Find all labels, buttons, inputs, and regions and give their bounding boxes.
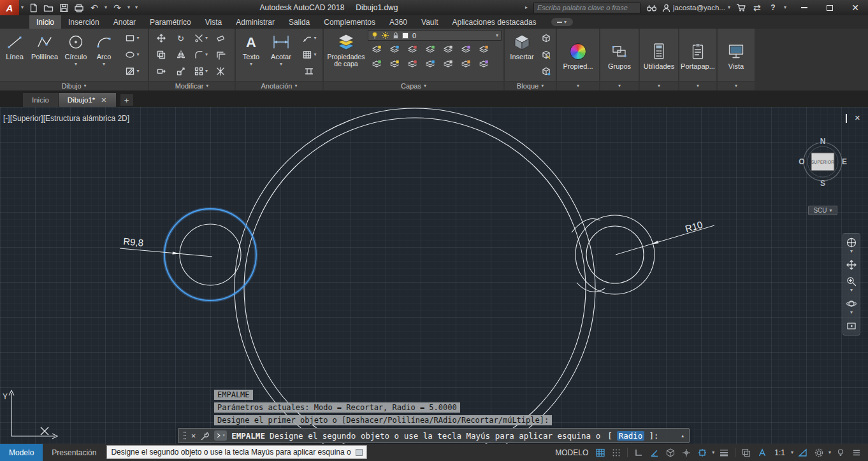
showmotion-button[interactable] — [846, 320, 857, 332]
object-snap-caret-icon[interactable]: ▾ — [712, 450, 714, 455]
ribbon-collapse-button[interactable]: ▾ — [551, 18, 573, 26]
rectangle-icon[interactable] — [124, 33, 136, 43]
hatch-icon[interactable] — [124, 66, 136, 76]
file-tab-dibujo1[interactable]: Dibujo1*✕ — [59, 93, 116, 107]
block-attributes-icon[interactable] — [540, 66, 552, 76]
open-file-icon[interactable] — [43, 3, 54, 13]
viewcube-west-label[interactable]: O — [799, 157, 804, 166]
command-option-radio[interactable]: Radio — [617, 431, 645, 441]
utilities-button[interactable]: Utilidades — [640, 39, 677, 70]
orbit-button[interactable]: ▾ — [846, 298, 857, 315]
exchange-apps-icon[interactable]: ⇄ — [752, 3, 762, 13]
lineweight-icon[interactable] — [718, 446, 730, 459]
ucs-selector-button[interactable]: SCU▾ — [808, 206, 837, 215]
offset-icon[interactable] — [215, 50, 226, 60]
ribbon-tab-a360[interactable]: A360 — [382, 15, 414, 29]
panel-bloque-strip[interactable]: Bloque▾ — [505, 81, 556, 90]
maximize-button[interactable] — [817, 0, 843, 15]
copy-icon[interactable] — [156, 50, 167, 60]
new-drawing-tab-button[interactable]: + — [120, 94, 133, 106]
navigation-wheel-button[interactable]: ▾ — [846, 237, 857, 254]
fillet-arc-top[interactable] — [572, 218, 600, 232]
viewport-view-label[interactable]: [Superior] — [10, 114, 43, 123]
properties-button[interactable]: Propied... — [559, 39, 597, 70]
annotation-autoscale-icon[interactable] — [797, 446, 809, 459]
file-tab-close-icon[interactable]: ✕ — [101, 96, 106, 104]
viewcube-east-label[interactable]: E — [842, 157, 847, 166]
layer-tool-icon[interactable] — [478, 45, 489, 55]
zoom-button[interactable]: ▾ — [846, 276, 857, 293]
circle-caret-icon[interactable]: ▾ — [75, 62, 77, 67]
viewcube-north-label[interactable]: N — [820, 137, 826, 146]
mirror-icon[interactable] — [175, 50, 187, 60]
application-menu-button[interactable]: A — [0, 0, 19, 15]
workspace-switch-icon[interactable] — [813, 446, 825, 459]
erase-icon[interactable] — [215, 33, 226, 43]
redo-caret-icon[interactable]: ▾ — [127, 5, 130, 10]
layer-tool-icon[interactable] — [460, 59, 472, 69]
right-inner-circle[interactable] — [586, 226, 644, 283]
isodraft-icon[interactable] — [664, 446, 677, 459]
layer-tool-icon[interactable] — [371, 45, 382, 55]
search-input[interactable] — [533, 3, 640, 13]
ribbon-tab-salida[interactable]: Salida — [282, 15, 317, 29]
ribbon-tab-vista[interactable]: Vista — [198, 15, 229, 29]
edit-block-icon[interactable] — [540, 50, 552, 60]
layer-tool-icon[interactable] — [424, 45, 436, 55]
viewcube-south-label[interactable]: S — [820, 179, 825, 188]
ribbon-tab-administrar[interactable]: Administrar — [229, 15, 282, 29]
application-menu-caret-icon[interactable]: ▾ — [21, 5, 24, 10]
right-outer-circle[interactable] — [575, 215, 655, 294]
new-file-icon[interactable] — [28, 3, 38, 13]
layout-tab[interactable]: Presentación — [43, 444, 105, 461]
table-icon[interactable] — [301, 50, 313, 60]
qat-customize-caret-icon[interactable]: ▾ — [135, 5, 138, 10]
viewport-restore-icon[interactable] — [846, 115, 847, 122]
insert-block-button[interactable]: Insertar — [507, 30, 537, 80]
store-cart-icon[interactable] — [736, 3, 746, 13]
panel-propiedades-strip[interactable]: ▾ — [557, 81, 599, 90]
ribbon-tab-aplicaciones-destacadas[interactable]: Aplicaciones destacadas — [445, 15, 543, 29]
trim-caret-icon[interactable]: ▾ — [205, 36, 208, 41]
fillet-caret-icon[interactable]: ▾ — [205, 52, 208, 57]
help-icon[interactable]: ? — [768, 3, 778, 13]
undo-icon[interactable]: ↶ — [89, 3, 99, 13]
layer-tool-icon[interactable] — [407, 59, 418, 69]
layer-tool-icon[interactable] — [371, 59, 382, 69]
command-bar-wrench-icon[interactable] — [200, 431, 210, 441]
command-bar-close-icon[interactable]: ✕ — [191, 431, 196, 440]
layer-selector-caret-icon[interactable]: ▾ — [496, 33, 498, 38]
groups-button[interactable]: Grupos — [602, 39, 637, 70]
dimension-caret-icon[interactable]: ▾ — [280, 62, 282, 67]
ribbon-tab-anotar[interactable]: Anotar — [106, 15, 143, 29]
annotation-scale-button[interactable]: 1:1 — [772, 448, 788, 457]
orbit-caret-icon[interactable]: ▾ — [850, 310, 853, 315]
layer-selector[interactable]: 0 ▾ — [368, 30, 502, 41]
model-space-button[interactable]: MODELO — [553, 448, 591, 457]
radius-dimension-right[interactable]: R10 — [616, 219, 714, 255]
save-icon[interactable] — [59, 3, 69, 13]
layer-properties-button[interactable]: Propiedades de capa — [326, 30, 366, 80]
ellipse-icon[interactable] — [124, 50, 136, 60]
search-icon[interactable] — [646, 3, 656, 13]
layer-tool-icon[interactable] — [389, 59, 400, 69]
object-snap-tracking-icon[interactable] — [680, 446, 693, 459]
undo-caret-icon[interactable]: ▾ — [105, 5, 107, 10]
hatch-caret-icon[interactable]: ▾ — [136, 69, 139, 74]
command-prompt-icon[interactable]: ▾ — [214, 430, 227, 441]
layer-on-bulb-icon[interactable] — [371, 31, 379, 41]
viewport-controls-label[interactable]: [-] — [3, 114, 10, 123]
array-icon[interactable] — [193, 66, 205, 76]
array-caret-icon[interactable]: ▾ — [205, 69, 208, 74]
move-icon[interactable] — [156, 33, 167, 43]
annotation-visibility-icon[interactable] — [756, 446, 769, 459]
polar-tracking-icon[interactable] — [648, 446, 661, 459]
view-button[interactable]: Vista — [719, 39, 753, 70]
zoom-caret-icon[interactable]: ▾ — [850, 288, 853, 293]
trim-icon[interactable] — [193, 33, 205, 43]
left-outer-circle-selected[interactable] — [164, 209, 256, 301]
annotation-scale-caret-icon[interactable]: ▾ — [791, 450, 793, 455]
panel-anotacion-strip[interactable]: Anotación▾ — [236, 81, 322, 90]
ortho-toggle-icon[interactable] — [632, 446, 645, 459]
text-button[interactable]: A Texto ▾ — [238, 30, 264, 80]
